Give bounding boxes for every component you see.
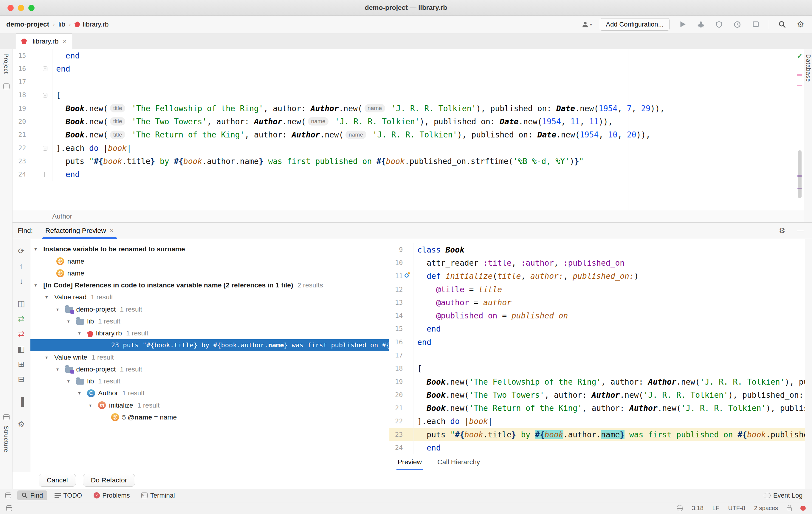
stop-icon[interactable] [750, 19, 761, 30]
tool-window-button-structure[interactable]: Structure [3, 426, 9, 453]
run-icon[interactable] [677, 19, 688, 30]
add-configuration-button[interactable]: Add Configuration... [600, 18, 669, 31]
settings-gear-icon[interactable]: ⚙ [14, 418, 28, 431]
usage-preview-pane[interactable]: 9class Book10 attr_reader :title, :autho… [389, 239, 805, 489]
user-icon[interactable]: ▾ [582, 19, 592, 30]
code-line[interactable]: 14 @published_on = published_on [389, 309, 805, 322]
tool-window-button-database[interactable]: Database [805, 54, 812, 82]
fold-icon[interactable]: − [43, 146, 48, 150]
hide-panel-icon[interactable]: — [797, 227, 804, 235]
tab-refactoring-preview[interactable]: Refactoring Preview × [40, 223, 119, 239]
tree-row[interactable]: @name [30, 255, 389, 267]
chevron-down-icon[interactable]: ▾ [45, 294, 54, 300]
search-icon[interactable] [777, 19, 788, 30]
tool-window-button-event-log[interactable]: Event Log [759, 490, 807, 500]
zoom-window-button[interactable] [28, 5, 35, 11]
code-editor[interactable]: 15 end16−end1718−[19 Book.new(title 'The… [12, 49, 804, 210]
code-line[interactable]: 11 def initialize(title, author:, publis… [389, 269, 805, 283]
tree-row[interactable]: ▾demo-project1 result [30, 303, 389, 315]
code-line[interactable]: 17 [389, 349, 805, 362]
tree-row[interactable]: ▾minitialize1 result [30, 399, 389, 411]
fold-icon[interactable]: − [43, 66, 48, 71]
chevron-down-icon[interactable]: ▾ [67, 318, 76, 324]
tree-row[interactable]: ▾Value write1 result [30, 351, 389, 363]
chevron-down-icon[interactable]: ▾ [67, 378, 76, 384]
tree-row[interactable]: ▾lib1 result [30, 315, 389, 327]
tool-window-button-todo[interactable]: TODO [50, 490, 86, 500]
chevron-down-icon[interactable]: ▾ [56, 366, 65, 372]
collapse-all-icon[interactable]: ⊟ [14, 373, 28, 387]
caret-position[interactable]: 3:18 [692, 505, 703, 512]
breadcrumb-scope[interactable]: Author [52, 212, 72, 220]
chevron-down-icon[interactable]: ▾ [78, 390, 87, 396]
tab-preview[interactable]: Preview [397, 455, 423, 470]
chevron-down-icon[interactable]: ▾ [78, 330, 87, 336]
tool-window-button-find[interactable]: Find [17, 490, 47, 500]
indent-setting[interactable]: 2 spaces [754, 505, 778, 512]
project-tool-icon[interactable] [3, 84, 9, 89]
code-line[interactable]: 23 puts "#{book.title} by #{book.author.… [389, 428, 805, 441]
debug-bug-icon[interactable] [696, 19, 706, 30]
chevron-down-icon[interactable]: ▾ [56, 307, 65, 312]
preview-code[interactable]: 9class Book10 attr_reader :title, :autho… [389, 243, 805, 455]
close-icon[interactable]: × [110, 227, 114, 235]
navigate-green-icon[interactable]: ⇄ [14, 312, 28, 326]
code-line[interactable]: 9class Book [389, 243, 805, 256]
structure-tool-icon[interactable] [3, 415, 9, 420]
do-refactor-button[interactable]: Do Refactor [83, 474, 135, 487]
code-line[interactable]: 24 end [389, 441, 805, 454]
tool-window-button-terminal[interactable]: >_ Terminal [137, 490, 179, 500]
editor-lines[interactable]: 15 end16−end1718−[19 Book.new(title 'The… [12, 49, 795, 210]
breadcrumb-item[interactable]: library.rb [75, 20, 109, 28]
code-line[interactable]: 15 end [389, 322, 805, 335]
editor-scrollbar[interactable] [798, 150, 802, 198]
stripe-mark[interactable] [797, 85, 802, 86]
editor-tab-library-rb[interactable]: library.rb × [16, 33, 72, 49]
chevron-down-icon[interactable]: ▾ [89, 402, 98, 408]
cancel-button[interactable]: Cancel [39, 474, 76, 487]
code-line[interactable]: 19 Book.new('The Fellowship of the Ring'… [389, 375, 805, 389]
fold-icon[interactable]: − [43, 93, 48, 98]
tool-window-button-project[interactable]: Project [3, 53, 9, 74]
code-line[interactable]: 21 Book.new('The Return of the King', au… [389, 402, 805, 415]
tree-row[interactable]: ▾Instance variable to be renamed to surn… [30, 243, 389, 255]
group-by-icon[interactable]: ◫ [14, 297, 28, 311]
filter-icon[interactable]: ◧ [14, 342, 28, 356]
tree-row[interactable]: @5 @name = name [30, 411, 389, 423]
file-encoding[interactable]: UTF-8 [728, 505, 745, 512]
preview-toggle-icon[interactable]: ▐ [14, 395, 28, 409]
lock-icon[interactable] [787, 508, 792, 511]
minimize-window-button[interactable] [18, 5, 24, 11]
tool-window-button-problems[interactable]: × Problems [89, 490, 134, 500]
settings-gear-icon[interactable]: ⚙ [795, 19, 806, 30]
breadcrumb-item[interactable]: demo-project [6, 20, 49, 28]
close-icon[interactable]: × [63, 37, 66, 45]
close-window-button[interactable] [7, 5, 14, 11]
tree-row[interactable]: ▾demo-project1 result [30, 363, 389, 375]
highlight-level-icon[interactable] [801, 506, 806, 511]
navigate-red-icon[interactable]: ⇄ [14, 327, 28, 341]
code-line[interactable]: 18[ [389, 362, 805, 375]
tree-row[interactable]: ▾library.rb1 result [30, 327, 389, 339]
tree-row[interactable]: @name [30, 267, 389, 279]
code-line[interactable]: 18−[ [12, 89, 795, 102]
tree-row[interactable]: ▾lib1 result [30, 375, 389, 387]
code-line[interactable]: 16end [389, 336, 805, 349]
code-line[interactable]: 22].each do |book| [389, 415, 805, 428]
code-line[interactable]: 22−].each do |book| [12, 142, 795, 155]
code-line[interactable]: 16−end [12, 62, 795, 76]
rerun-icon[interactable]: ⟳ [14, 244, 28, 258]
network-icon[interactable] [677, 505, 683, 511]
previous-occurrence-icon[interactable]: ↑ [14, 259, 28, 273]
line-separator[interactable]: LF [713, 505, 720, 512]
code-line[interactable]: 23 puts "#{book.title} by #{book.author.… [12, 155, 795, 168]
refactoring-preview-tree[interactable]: ▾Instance variable to be renamed to surn… [30, 239, 389, 472]
code-line[interactable]: 17 [12, 76, 795, 89]
next-occurrence-icon[interactable]: ↓ [14, 275, 28, 288]
window-stack-icon[interactable] [5, 492, 11, 498]
profiler-icon[interactable] [732, 19, 743, 30]
coverage-icon[interactable] [714, 19, 724, 30]
settings-gear-icon[interactable]: ⚙ [779, 227, 785, 235]
chevron-down-icon[interactable]: ▾ [35, 246, 44, 252]
code-line[interactable]: 20 Book.new(title 'The Two Towers', auth… [12, 115, 795, 128]
